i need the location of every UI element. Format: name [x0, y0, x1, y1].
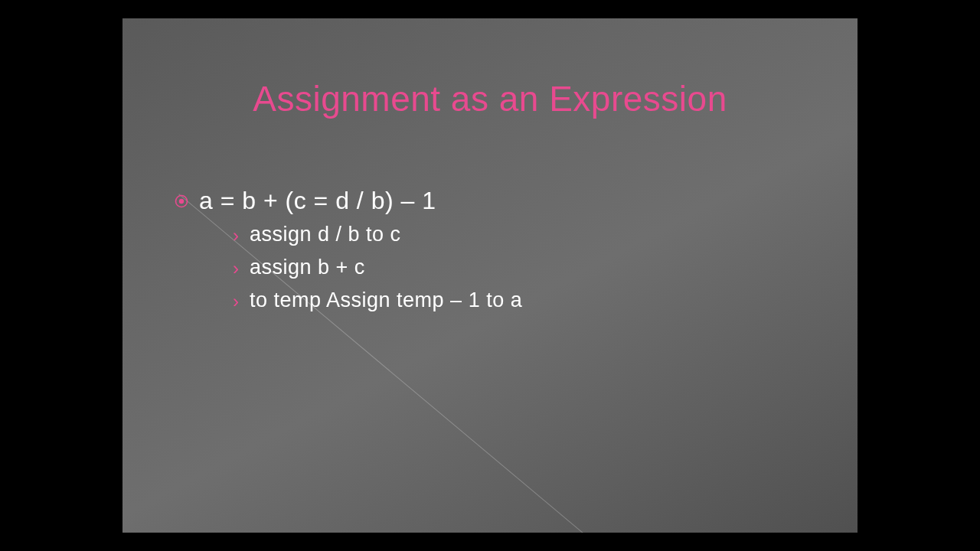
sub-item-text: assign b + c: [250, 256, 365, 279]
bullet-item: a = b + (c = d / b) – 1: [175, 187, 827, 215]
chevron-icon: ›: [233, 225, 239, 246]
slide: Assignment as an Expression a = b + (c =…: [122, 18, 858, 533]
sub-item: › to temp Assign temp – 1 to a: [233, 289, 827, 312]
sub-item: › assign b + c: [233, 256, 827, 279]
svg-point-1: [179, 199, 184, 204]
chevron-icon: ›: [233, 258, 239, 279]
sub-item: › assign d / b to c: [233, 223, 827, 246]
bullet-text: a = b + (c = d / b) – 1: [199, 187, 436, 215]
sub-item-text: assign d / b to c: [250, 223, 401, 246]
sub-item-text: to temp Assign temp – 1 to a: [250, 289, 522, 312]
slide-content: a = b + (c = d / b) – 1 › assign d / b t…: [175, 187, 827, 321]
chevron-icon: ›: [233, 291, 239, 312]
slide-title: Assignment as an Expression: [122, 78, 858, 119]
sub-list: › assign d / b to c › assign b + c › to …: [233, 223, 827, 312]
bullet-circle-icon: [175, 194, 188, 208]
